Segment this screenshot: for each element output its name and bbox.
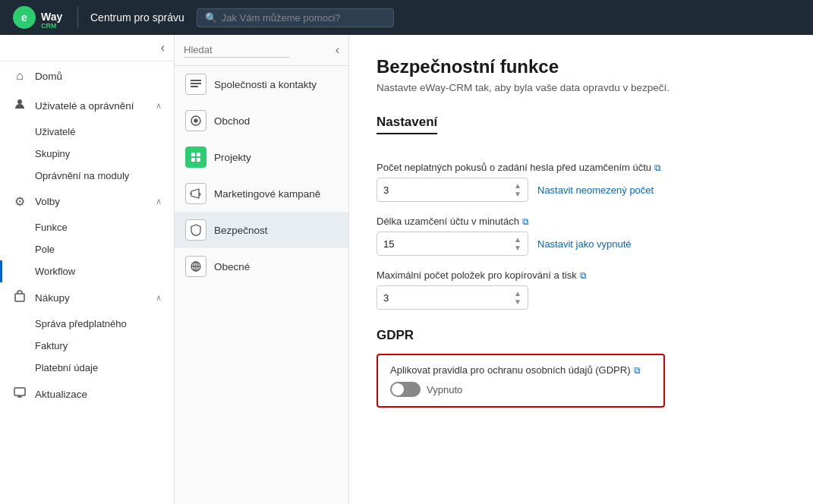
select-value: 3	[383, 184, 389, 196]
mid-item-projekty[interactable]: Projekty	[175, 139, 348, 175]
gdpr-label: Aplikovat pravidla pro ochranu osobních …	[390, 364, 651, 376]
sidebar-item-label: Aktualizace	[35, 389, 87, 400]
obecne-icon	[185, 256, 206, 277]
lock-duration-select[interactable]: 15 ▲ ▼	[377, 232, 528, 256]
mid-item-label: Bezpečnost	[214, 225, 268, 236]
mid-item-label: Projekty	[214, 152, 251, 163]
search-input[interactable]	[222, 12, 373, 24]
field-link-lock-duration[interactable]: Nastavit jako vypnuté	[537, 238, 632, 250]
sidebar-item-uzivatele-opravneni[interactable]: Uživatelé a oprávnění ∧	[0, 90, 174, 121]
field-link-failed-logins[interactable]: Nastavit neomezený počet	[537, 184, 654, 196]
select-value: 3	[383, 292, 389, 304]
field-label-lock-duration: Délka uzamčení účtu v minutách ⧉	[377, 216, 786, 227]
gear-icon: ⚙	[12, 194, 27, 209]
sidebar-item-faktury[interactable]: Faktury	[0, 335, 174, 357]
active-indicator	[0, 260, 2, 282]
field-row-failed-logins: 3 ▲ ▼ Nastavit neomezený počet	[377, 178, 786, 202]
mid-item-label: Obchod	[214, 115, 250, 127]
mid-item-label: Obecné	[214, 261, 250, 272]
arrow-up: ▲	[514, 235, 522, 244]
marketingove-icon	[185, 183, 206, 204]
field-label-max-items: Maximální počet položek pro kopírování a…	[377, 269, 786, 281]
arrow-down: ▼	[514, 244, 522, 252]
svg-rect-6	[14, 388, 25, 395]
svg-point-4	[17, 99, 22, 104]
sidebar-item-uzivatele[interactable]: Uživatelé	[0, 121, 174, 143]
sidebar-collapse-control: ‹	[0, 35, 174, 61]
topbar-title: Centrum pro správu	[90, 11, 184, 24]
sidebar-item-pole[interactable]: Pole	[0, 238, 174, 260]
gdpr-toggle-row: Vypnuto	[390, 382, 651, 397]
sidebar: ‹ ⌂ Domů Uživatelé a oprávnění ∧ Uživate…	[0, 35, 175, 504]
gdpr-section: GDPR Aplikovat pravidla pro ochranu osob…	[377, 328, 786, 408]
arrow-up: ▲	[514, 289, 522, 298]
field-row-max-items: 3 ▲ ▼	[377, 285, 786, 310]
sidebar-item-label: Nákupy	[35, 292, 70, 304]
topbar-divider	[77, 7, 78, 28]
failed-logins-select[interactable]: 3 ▲ ▼	[377, 178, 528, 202]
sidebar-item-platebni-udaje[interactable]: Platební údaje	[0, 357, 174, 379]
external-link-icon[interactable]: ⧉	[634, 365, 641, 376]
nastaveni-heading: Nastavení	[377, 115, 437, 134]
mid-item-label: Společnosti a kontakty	[214, 79, 317, 90]
arrow-up: ▲	[514, 181, 522, 190]
home-icon: ⌂	[12, 69, 27, 83]
logo: e Way CRM	[12, 5, 65, 30]
spolecnosti-icon	[185, 74, 206, 95]
sidebar-item-aktualizace[interactable]: Aktualizace	[0, 379, 174, 409]
sidebar-item-domu[interactable]: ⌂ Domů	[0, 61, 174, 90]
external-link-icon[interactable]: ⧉	[580, 270, 587, 281]
external-link-icon[interactable]: ⧉	[654, 162, 661, 173]
sidebar-collapse-button[interactable]: ‹	[161, 41, 165, 55]
external-link-icon[interactable]: ⧉	[522, 216, 529, 227]
mid-item-obecne[interactable]: Obecné	[175, 248, 348, 285]
sidebar-item-sprava-predplatneho[interactable]: Správa předplatného	[0, 313, 174, 335]
gdpr-toggle[interactable]	[390, 382, 421, 397]
sidebar-item-opravneni-moduly[interactable]: Oprávnění na moduly	[0, 165, 174, 187]
bag-icon	[12, 290, 27, 305]
mid-search-input[interactable]	[184, 43, 290, 58]
field-label-failed-logins: Počet neplatných pokusů o zadání hesla p…	[377, 162, 786, 173]
sidebar-item-volby[interactable]: ⚙ Volby ∧	[0, 187, 174, 216]
field-group-lock-duration: Délka uzamčení účtu v minutách ⧉ 15 ▲ ▼ …	[377, 216, 786, 256]
mid-panel-header: ‹	[175, 35, 348, 66]
topbar-search-box[interactable]: 🔍	[197, 8, 394, 27]
chevron-up-icon: ∧	[156, 293, 162, 303]
mid-item-marketingove[interactable]: Marketingové kampaně	[175, 175, 348, 212]
select-arrows: ▲ ▼	[514, 289, 522, 306]
sidebar-item-label: Domů	[35, 71, 62, 82]
topbar: e Way CRM Centrum pro správu 🔍	[0, 0, 813, 35]
search-icon: 🔍	[205, 12, 217, 24]
svg-rect-5	[15, 294, 24, 301]
mid-item-label: Marketingové kampaně	[214, 188, 320, 200]
field-group-max-items: Maximální počet položek pro kopírování a…	[377, 269, 786, 310]
sidebar-item-funkce[interactable]: Funkce	[0, 216, 174, 238]
content-area: Bezpečnostní funkce Nastavte eWay-CRM ta…	[349, 35, 813, 504]
svg-text:e: e	[21, 11, 27, 24]
arrow-down: ▼	[514, 190, 522, 198]
max-items-select[interactable]: 3 ▲ ▼	[377, 285, 528, 310]
sidebar-item-skupiny[interactable]: Skupiny	[0, 143, 174, 165]
svg-rect-15	[197, 158, 200, 162]
sidebar-item-nakupy[interactable]: Nákupy ∧	[0, 282, 174, 313]
bezpecnost-icon	[185, 219, 206, 241]
mid-item-spolecnosti[interactable]: Společnosti a kontakty	[175, 66, 348, 102]
page-subtitle: Nastavte eWay-CRM tak, aby byla vaše dat…	[377, 82, 786, 93]
sidebar-item-workflow[interactable]: Workflow	[0, 260, 174, 282]
svg-rect-14	[191, 158, 195, 162]
field-row-lock-duration: 15 ▲ ▼ Nastavit jako vypnuté	[377, 232, 786, 256]
gdpr-heading: GDPR	[377, 328, 786, 343]
main-layout: ‹ ⌂ Domů Uživatelé a oprávnění ∧ Uživate…	[0, 35, 813, 504]
svg-text:CRM: CRM	[41, 22, 57, 30]
mid-panel-close-button[interactable]: ‹	[336, 43, 339, 57]
svg-point-11	[194, 119, 197, 122]
sidebar-item-label: Volby	[35, 196, 60, 207]
field-group-failed-logins: Počet neplatných pokusů o zadání hesla p…	[377, 162, 786, 202]
mid-item-obchod[interactable]: Obchod	[175, 102, 348, 139]
svg-rect-8	[191, 83, 201, 84]
monitor-icon	[12, 386, 27, 402]
svg-rect-12	[191, 153, 195, 156]
mid-item-bezpecnost[interactable]: Bezpečnost	[175, 212, 348, 248]
select-arrows: ▲ ▼	[514, 181, 522, 198]
user-icon	[12, 98, 27, 113]
